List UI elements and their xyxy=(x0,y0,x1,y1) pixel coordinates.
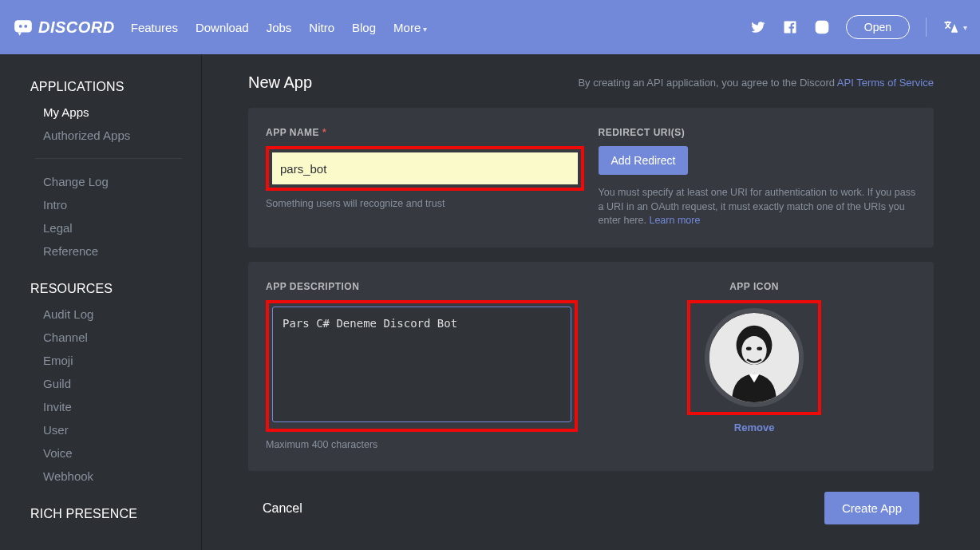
nav-nitro[interactable]: Nitro xyxy=(309,21,334,34)
nav-blog[interactable]: Blog xyxy=(352,21,376,34)
actions-row: Cancel Create App xyxy=(248,485,934,528)
facebook-icon[interactable] xyxy=(782,19,798,35)
svg-point-8 xyxy=(741,336,766,365)
sidebar-item-voice[interactable]: Voice xyxy=(0,441,201,465)
description-help: Maximum 400 characters xyxy=(266,438,578,453)
sidebar-item-authorized-apps[interactable]: Authorized Apps xyxy=(0,124,201,147)
language-icon xyxy=(942,19,958,35)
sidebar-item-webhook[interactable]: Webhook xyxy=(0,465,201,488)
nav-more-label: More xyxy=(393,21,421,34)
sidebar-item-emoji[interactable]: Emoji xyxy=(0,349,201,372)
main-content: New App By creating an API application, … xyxy=(202,54,980,550)
description-textarea[interactable] xyxy=(272,307,571,422)
avatar-image xyxy=(709,313,799,402)
sidebar-separator xyxy=(35,158,182,159)
app-name-col: APP NAME * Something users will recogniz… xyxy=(266,127,584,228)
language-picker[interactable]: ▾ xyxy=(942,19,967,35)
terms-pre: By creating an API application, you agre… xyxy=(578,77,836,89)
redirect-label: REDIRECT URI(S) xyxy=(599,127,917,138)
svg-point-10 xyxy=(757,346,762,350)
cancel-button[interactable]: Cancel xyxy=(263,501,302,516)
svg-point-1 xyxy=(19,25,22,28)
svg-rect-0 xyxy=(14,20,32,32)
redirect-learn-more-link[interactable]: Learn more xyxy=(649,215,700,226)
sidebar: APPLICATIONS My Apps Authorized Apps Cha… xyxy=(0,54,202,550)
sidebar-section-applications: APPLICATIONS xyxy=(0,77,201,101)
nav-links: Features Download Jobs Nitro Blog More▾ xyxy=(131,21,428,34)
redirect-col: REDIRECT URI(S) Add Redirect You must sp… xyxy=(599,127,917,228)
sidebar-item-channel[interactable]: Channel xyxy=(0,326,201,349)
app-name-highlight xyxy=(266,146,584,191)
sidebar-item-change-log[interactable]: Change Log xyxy=(0,170,201,193)
svg-point-4 xyxy=(819,25,824,30)
top-navbar: DISCORD Features Download Jobs Nitro Blo… xyxy=(0,0,980,54)
chevron-down-icon: ▾ xyxy=(423,25,427,34)
nav-features[interactable]: Features xyxy=(131,21,178,34)
sidebar-item-reference[interactable]: Reference xyxy=(0,239,201,263)
create-app-button[interactable]: Create App xyxy=(824,492,919,524)
twitter-icon[interactable] xyxy=(750,19,766,35)
brand[interactable]: DISCORD xyxy=(13,17,115,38)
app-icon-avatar[interactable] xyxy=(705,308,804,407)
app-name-input[interactable] xyxy=(272,152,578,184)
required-asterisk: * xyxy=(322,127,326,138)
nav-more[interactable]: More▾ xyxy=(393,21,427,34)
app-name-label: APP NAME * xyxy=(266,127,584,138)
description-highlight xyxy=(266,300,578,432)
svg-point-2 xyxy=(24,25,27,28)
remove-icon-link[interactable]: Remove xyxy=(734,421,775,433)
nav-right: Open ▾ xyxy=(750,15,967,39)
open-button[interactable]: Open xyxy=(846,15,910,39)
sidebar-item-audit-log[interactable]: Audit Log xyxy=(0,303,201,326)
description-col: APP DESCRIPTION Maximum 400 characters xyxy=(266,281,578,453)
instagram-icon[interactable] xyxy=(814,19,830,35)
nav-download[interactable]: Download xyxy=(196,21,249,34)
add-redirect-button[interactable]: Add Redirect xyxy=(599,146,689,175)
sidebar-item-legal[interactable]: Legal xyxy=(0,216,201,239)
redirect-help: You must specify at least one URI for au… xyxy=(599,186,917,228)
app-name-help: Something users will recognize and trust xyxy=(266,197,584,212)
sidebar-item-invite[interactable]: Invite xyxy=(0,395,201,418)
sidebar-item-guild[interactable]: Guild xyxy=(0,372,201,395)
description-label: APP DESCRIPTION xyxy=(266,281,578,292)
redirect-help-text: You must specify at least one URI for au… xyxy=(599,187,916,226)
sidebar-item-user[interactable]: User xyxy=(0,418,201,441)
icon-label: APP ICON xyxy=(729,281,779,292)
chevron-down-icon: ▾ xyxy=(963,23,967,32)
svg-point-5 xyxy=(825,23,827,25)
icon-highlight xyxy=(687,300,821,415)
nav-divider xyxy=(926,18,927,37)
sidebar-section-rich-presence: RICH PRESENCE xyxy=(0,504,201,528)
discord-logo-icon xyxy=(13,17,34,38)
panel-details: APP DESCRIPTION Maximum 400 characters A… xyxy=(248,262,934,472)
sidebar-item-my-apps[interactable]: My Apps xyxy=(0,101,201,124)
icon-col: APP ICON xyxy=(592,281,916,453)
brand-text: DISCORD xyxy=(38,18,115,37)
sidebar-item-intro[interactable]: Intro xyxy=(0,193,201,216)
content-header: New App By creating an API application, … xyxy=(248,73,934,92)
page-title: New App xyxy=(248,73,312,92)
sidebar-section-resources: RESOURCES xyxy=(0,279,201,303)
terms-text: By creating an API application, you agre… xyxy=(578,77,934,89)
terms-link[interactable]: API Terms of Service xyxy=(837,77,934,89)
nav-jobs[interactable]: Jobs xyxy=(267,21,292,34)
panel-basic: APP NAME * Something users will recogniz… xyxy=(248,108,934,247)
svg-point-9 xyxy=(746,346,752,350)
